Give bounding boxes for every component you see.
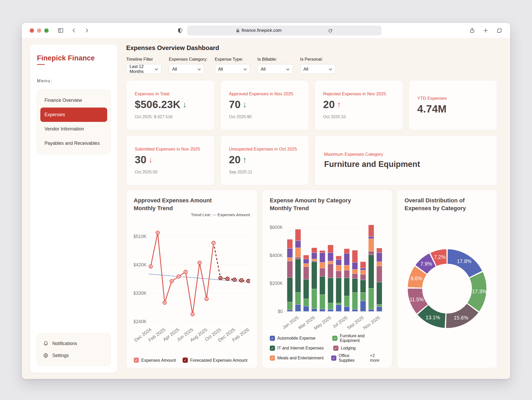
expenses-category-filter-value: All [172,67,177,72]
kpi-value: 20 [323,99,335,110]
address-bar[interactable]: finance.finepick.com [187,26,382,35]
sidebar-item-payables-and-receivables[interactable]: Payables and Receivables [40,136,107,151]
svg-text:$600K: $600K [270,225,283,230]
legend-label: Furniture and Equipment [340,334,385,343]
legend-checkbox-icon[interactable]: ✓ [183,358,188,363]
legend-item[interactable]: ✓Expenses Amount [134,358,176,363]
sidebar-footer: NotificationsSettings [37,333,111,366]
zoom-icon[interactable]: ✓ [44,28,49,33]
chevron-down-icon [197,67,201,72]
legend-checkbox-icon[interactable]: ✓ [270,346,275,351]
is-personal-filter-value: All [304,67,308,72]
legend-checkbox-icon[interactable]: ✓ [331,355,336,361]
legend-label: Automobile Expense [277,336,316,341]
expenses-category-filter-select[interactable]: All [169,64,204,74]
shield-icon[interactable] [177,28,183,34]
donut-chart-card: Overall Distribution of Expenses by Cate… [397,190,497,368]
notifications-label: Notifications [52,341,77,346]
kpi-title: Approved Expenses in Nov 2025 [229,91,300,97]
share-icon[interactable] [469,27,475,34]
legend-label: Meals and Entertainment [277,356,324,360]
forward-icon[interactable] [84,28,90,33]
svg-text:15.6%: 15.6% [454,315,468,321]
kpi-value: 30 [135,154,146,166]
browser-window: × − ✓ [22,23,510,379]
line-chart-title: Approved Expenses Amount Monthly Trend [134,197,220,212]
charts-row: Approved Expenses Amount Monthly Trend T… [126,190,497,368]
legend-label: IT and Internet Expenses [277,346,324,351]
timeline-filter-select[interactable]: Last 12 Months [126,64,162,74]
kpi-title: Unexpected Expenses in Oct 2025 [229,147,300,152]
brand-title: Finepick Finance [37,54,111,62]
legend-more-label[interactable]: +2 more [370,353,385,363]
is-personal-filter-select[interactable]: All [300,64,336,74]
sidebar-toggle-icon[interactable] [57,27,64,34]
reload-icon[interactable] [328,28,333,33]
svg-text:17.3%: 17.3% [472,289,486,294]
back-icon[interactable] [71,28,77,33]
svg-text:$510K: $510K [134,234,147,239]
legend-checkbox-icon[interactable]: ✓ [270,355,275,361]
legend-label: Expenses Amount [141,358,176,363]
kpi-value-row: 20↑ [229,154,300,166]
max-category-title: Maximum Expenses Category [324,152,488,157]
arrow-up-icon: ↑ [337,101,341,109]
chevron-down-icon [155,67,158,72]
settings-item[interactable]: Settings [42,349,106,361]
kpi-subtext: Oct 2025:50 [135,170,206,174]
browser-toolbar: × − ✓ [22,23,510,38]
svg-text:11.5%: 11.5% [409,297,424,302]
legend-item[interactable]: ✓Automobile Expense [270,336,328,341]
kpi-card: Unexpected Expenses in Oct 202520↑Sep 20… [220,135,309,185]
legend-label: Forecasted Expenses Amount [190,358,247,363]
sidebar-item-expenses[interactable]: Expenses [40,108,107,122]
expenses-category-filter: Expenses Category:All [169,57,208,74]
legend-item[interactable]: ✓Office Supplies [331,353,365,363]
bar-chart-card: Expense Amount by Category Monthly Trend… [262,190,392,368]
legend-item[interactable]: ✓Furniture and Equipment [332,334,385,343]
arrow-down-icon: ↓ [149,156,153,164]
legend-checkbox-icon[interactable]: ✓ [270,336,275,341]
legend-checkbox-icon[interactable]: ✓ [332,336,337,341]
close-icon[interactable]: × [30,28,34,33]
bar-legend-row: ✓IT and Internet Expenses✓Lodging [270,346,385,351]
svg-text:$420K: $420K [134,262,147,268]
is-billable-filter-select[interactable]: All [258,64,293,74]
legend-item[interactable]: ✓Lodging [333,346,356,351]
kpi-value-row: 4.74M [417,103,489,115]
sidebar: Finepick Finance Menu: Finance OverviewE… [30,44,117,373]
menu-label: Menu: [37,78,111,84]
max-expenses-category-card: Maximum Expenses Category Furniture and … [315,135,497,185]
arrow-up-icon: ↑ [243,156,247,164]
legend-item[interactable]: ✓Meals and Entertainment [270,355,326,361]
is-personal-filter: Is Personal:All [300,57,336,74]
kpi-card: Expenses in Total$506.23K↓Oct 2025: $ 62… [126,80,215,130]
minimize-icon[interactable]: − [37,28,41,33]
sidebar-item-finance-overview[interactable]: Finance Overview [40,93,107,108]
bar-chart-svg: $0$200K$400K$600KJan 2025Mar 2025May 202… [270,212,385,332]
kpi-title: Rejected Expenses in Nov 2025 [323,91,394,97]
notifications-item[interactable]: Notifications [42,338,106,349]
bell-icon [43,341,49,346]
kpi-grid: Expenses in Total$506.23K↓Oct 2025: $ 62… [126,80,497,185]
expense-type-filter-value: All [218,67,223,72]
sidebar-item-vendor-information[interactable]: Vendor Information [40,122,107,136]
kpi-title: YTD Expenses [417,96,489,101]
legend-checkbox-icon[interactable]: ✓ [333,346,338,351]
is-billable-filter-value: All [261,67,266,72]
expense-type-filter-select[interactable]: All [215,64,250,74]
kpi-subtext: Oct 2025: $ 627.51K [135,115,206,119]
svg-text:7.9%: 7.9% [420,261,432,267]
legend-item[interactable]: ✓Forecasted Expenses Amount [183,358,247,363]
donut-chart-title: Overall Distribution of Expenses by Cate… [405,197,490,212]
new-tab-icon[interactable] [483,28,489,33]
legend-checkbox-icon[interactable]: ✓ [134,358,139,363]
timeline-filter-label: Timeline Filter [126,57,162,62]
kpi-value-row: $506.23K↓ [135,99,206,110]
kpi-title: Submitted Expenses in Nov 2025 [135,147,206,152]
svg-text:$400K: $400K [270,253,283,258]
svg-text:Nov 2025: Nov 2025 [362,315,381,331]
legend-item[interactable]: ✓IT and Internet Expenses [270,346,329,351]
svg-text:13.1%: 13.1% [426,315,440,320]
tabs-icon[interactable] [496,28,502,34]
